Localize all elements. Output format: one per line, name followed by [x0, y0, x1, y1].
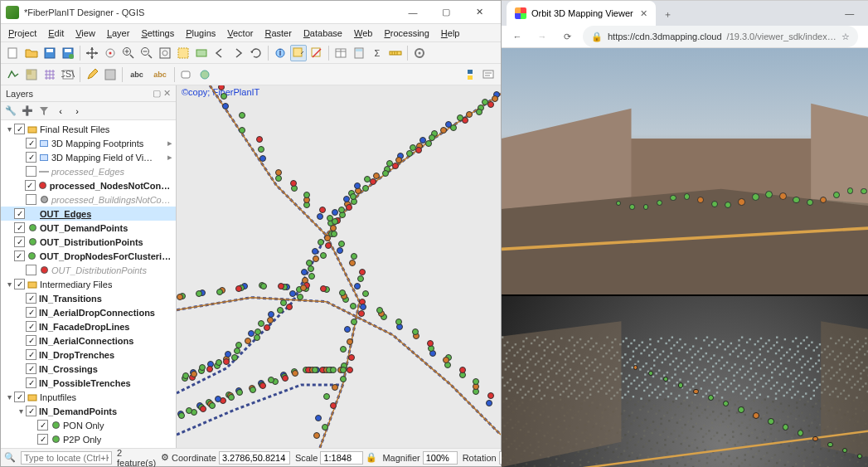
svg-rect-870: [735, 348, 737, 349]
layer-row[interactable]: ✓OUT_DistributionPoints: [1, 235, 176, 249]
layer-row[interactable]: ▾✓IN_DemandPoints: [1, 404, 176, 418]
processing-toolbox-icon[interactable]: [411, 45, 428, 61]
layer-row[interactable]: ▾✓Final Result Files: [1, 122, 176, 136]
add-vector-icon[interactable]: [5, 66, 22, 83]
add-delimited-icon[interactable]: CSV: [60, 66, 76, 83]
deselect-icon[interactable]: [308, 45, 325, 61]
new-tab-button[interactable]: ＋: [656, 2, 679, 26]
pointcloud-pane[interactable]: © Image V: [502, 294, 868, 467]
menu-database[interactable]: Database: [298, 26, 348, 41]
refresh-icon[interactable]: [248, 45, 264, 61]
panel-close-icon[interactable]: ▢ ✕: [153, 88, 171, 99]
layer-row[interactable]: ✓3D Mapping Footprints ▸: [1, 136, 176, 150]
locator-input[interactable]: [21, 451, 112, 465]
stats-icon[interactable]: Σ: [369, 45, 386, 61]
save-project-icon[interactable]: [41, 45, 58, 61]
identify-icon[interactable]: i: [272, 45, 289, 61]
menu-raster[interactable]: Raster: [259, 26, 297, 41]
layer-tree[interactable]: ▾✓Final Result Files✓3D Mapping Footprin…: [1, 120, 176, 448]
browser-tab[interactable]: Orbit 3D Mapping Viewer ✕: [507, 1, 656, 26]
layer-row[interactable]: ✓3D Mapping Field of Vi… ▸: [1, 150, 176, 164]
pan-icon[interactable]: [84, 45, 100, 61]
maximize-button[interactable]: ▢: [429, 2, 463, 23]
layer-row[interactable]: ✓OUT_DemandPoints: [1, 221, 176, 235]
msg-log-icon[interactable]: [480, 66, 497, 83]
layer-row[interactable]: ▾✓Intermediary Files: [1, 277, 176, 291]
add-raster-icon[interactable]: [23, 66, 40, 83]
toggle-editing-icon[interactable]: [84, 66, 100, 83]
svg-rect-146: [643, 435, 645, 436]
menu-vector[interactable]: Vector: [221, 26, 259, 41]
tab-close-icon[interactable]: ✕: [640, 8, 647, 19]
layer-row[interactable]: ✓IN_DropTrenches: [1, 348, 176, 362]
python-console-icon[interactable]: [462, 66, 478, 83]
reload-button[interactable]: ⟳: [558, 27, 576, 46]
menu-view[interactable]: View: [70, 26, 101, 41]
measure-icon[interactable]: [387, 45, 404, 61]
menu-web[interactable]: Web: [348, 26, 378, 41]
expand-all-icon[interactable]: ‹: [53, 104, 68, 119]
add-mesh-icon[interactable]: [41, 66, 58, 83]
menu-processing[interactable]: Processing: [378, 26, 434, 41]
layer-row[interactable]: ✓PON Only: [1, 418, 176, 432]
menu-edit[interactable]: Edit: [42, 26, 70, 41]
layer-row[interactable]: ▾✓Inputfiles: [1, 390, 176, 404]
pan-to-selection-icon[interactable]: [102, 45, 119, 61]
scale-lock-icon[interactable]: 🔒: [366, 452, 377, 464]
close-button[interactable]: ✕: [463, 2, 496, 23]
coord-input[interactable]: [219, 451, 290, 465]
zoom-layer-icon[interactable]: [193, 45, 210, 61]
zoom-in-icon[interactable]: [120, 45, 137, 61]
minimize-button[interactable]: —: [396, 2, 429, 23]
zoom-full-icon[interactable]: [157, 45, 173, 61]
save-as-icon[interactable]: [60, 45, 76, 61]
back-button[interactable]: ←: [508, 27, 526, 46]
menu-project[interactable]: Project: [2, 26, 42, 41]
open-table-icon[interactable]: [332, 45, 349, 61]
style-manager-icon[interactable]: 🔧: [3, 104, 18, 119]
layer-row[interactable]: processed_BuildingsNotCo…: [1, 192, 176, 207]
layer-row[interactable]: ✓IN_Crossings: [1, 362, 176, 376]
layer-row[interactable]: processed_Edges: [1, 164, 176, 178]
layer-row[interactable]: ✓OUT_Edges: [1, 207, 176, 221]
scale-input[interactable]: [320, 451, 363, 465]
zoom-last-icon[interactable]: [211, 45, 228, 61]
browser-minimize-button[interactable]: —: [832, 1, 868, 26]
layer-row[interactable]: OUT_DistributionPoints: [1, 263, 176, 277]
forward-button[interactable]: →: [533, 27, 551, 46]
extensions-icon[interactable]: ◆: [865, 27, 868, 46]
layer-row[interactable]: ✓OUT_DropNodesForClustering: [1, 249, 176, 263]
plugin-abc-icon[interactable]: abc: [126, 66, 148, 83]
layer-row[interactable]: ✓IN_AerialConnections: [1, 333, 176, 348]
layer-row[interactable]: ✓IN_AerialDropConnections: [1, 305, 176, 319]
filter-legend-icon[interactable]: [36, 104, 51, 119]
map-canvas[interactable]: ©copy; FiberPlanIT: [177, 85, 501, 448]
bookmark-star-icon[interactable]: ☆: [841, 32, 850, 42]
menu-plugins[interactable]: Plugins: [180, 26, 221, 41]
collapse-all-icon[interactable]: ›: [70, 104, 85, 119]
menu-help[interactable]: Help: [435, 26, 466, 41]
plugin-abc2-icon[interactable]: abc: [149, 66, 171, 83]
add-group-icon[interactable]: ➕: [20, 104, 35, 119]
layer-row[interactable]: ✓IN_FacadeDropLines: [1, 319, 176, 333]
layer-row[interactable]: ✓IN_Transitions: [1, 291, 176, 305]
new-project-icon[interactable]: [5, 45, 22, 61]
select-icon[interactable]: [290, 45, 307, 61]
svg-rect-1708: [709, 454, 710, 455]
zoom-next-icon[interactable]: [230, 45, 246, 61]
menu-layer[interactable]: Layer: [101, 26, 136, 41]
layer-row[interactable]: ✓processed_NodesNotConne…: [1, 178, 176, 192]
layer-row[interactable]: ✓P2P Only: [1, 432, 176, 446]
zoom-selection-icon[interactable]: [175, 45, 192, 61]
magnifier-input[interactable]: [423, 451, 458, 465]
layer-row[interactable]: ✓IN_PossibleTrenches: [1, 376, 176, 390]
street-view-pane[interactable]: [502, 48, 868, 294]
open-project-icon[interactable]: [23, 45, 40, 61]
url-input[interactable]: 🔒 https://cdn.3dmapping.cloud/19.3.0/vie…: [583, 26, 858, 47]
save-edits-icon[interactable]: [102, 66, 119, 83]
label-tool-icon[interactable]: [178, 66, 195, 83]
field-calc-icon[interactable]: [351, 45, 367, 61]
menu-settings[interactable]: Settings: [135, 26, 180, 41]
diagram-tool-icon[interactable]: [196, 66, 213, 83]
zoom-out-icon[interactable]: [138, 45, 155, 61]
